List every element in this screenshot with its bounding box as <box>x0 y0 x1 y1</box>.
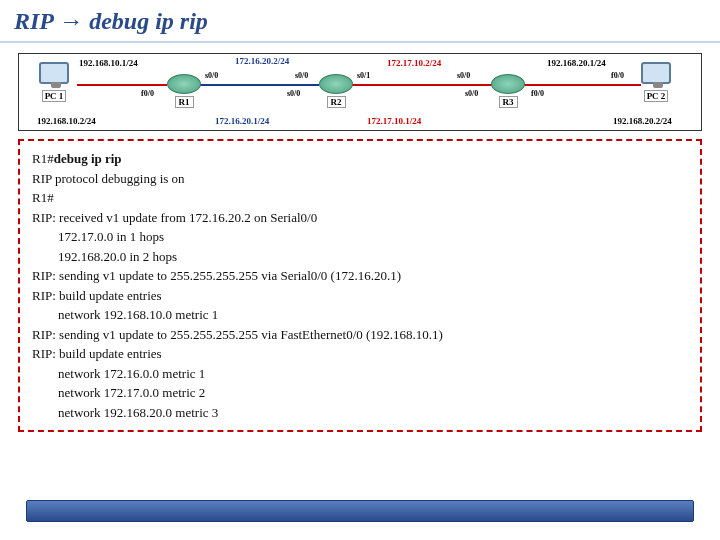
link-pc1-r1 <box>77 84 167 86</box>
title-command: debug ip rip <box>89 8 208 34</box>
cli-line: 192.168.20.0 in 2 hops <box>32 247 688 267</box>
interface-label: f0/0 <box>141 89 154 98</box>
pc2-label: PC 2 <box>644 90 669 102</box>
cli-output-box: R1#debug ip rip RIP protocol debugging i… <box>18 139 702 432</box>
interface-label: s0/1 <box>357 71 370 80</box>
page-title: RIP → debug ip rip <box>0 0 720 43</box>
router-icon <box>167 74 201 94</box>
pc1-node: PC 1 <box>39 62 69 102</box>
ip-label: 172.16.20.2/24 <box>235 56 289 66</box>
ip-label: 192.168.10.1/24 <box>79 58 138 68</box>
interface-label: s0/0 <box>457 71 470 80</box>
r1-label: R1 <box>175 96 194 108</box>
link-r2-r3 <box>351 84 493 86</box>
cli-line: RIP: build update entries <box>32 286 688 306</box>
interface-label: s0/0 <box>205 71 218 80</box>
cli-line: 172.17.0.0 in 1 hops <box>32 227 688 247</box>
interface-label: f0/0 <box>531 89 544 98</box>
cli-line: network 172.17.0.0 metric 2 <box>32 383 688 403</box>
ip-label: 192.168.10.2/24 <box>37 116 96 126</box>
footer-bar <box>26 500 694 522</box>
router-icon <box>319 74 353 94</box>
ip-label: 172.17.10.1/24 <box>367 116 421 126</box>
router-r3: R3 <box>491 74 525 108</box>
pc2-node: PC 2 <box>641 62 671 102</box>
interface-label: f0/0 <box>611 71 624 80</box>
pc-icon <box>39 62 69 84</box>
interface-label: s0/0 <box>465 89 478 98</box>
cli-line: network 192.168.10.0 metric 1 <box>32 305 688 325</box>
network-topology-diagram: PC 1 R1 R2 R3 PC 2 192.168.10.1/24 172.1… <box>18 53 702 131</box>
ip-label: 172.16.20.1/24 <box>215 116 269 126</box>
cli-command: debug ip rip <box>54 151 122 166</box>
router-icon <box>491 74 525 94</box>
r3-label: R3 <box>499 96 518 108</box>
cli-line: network 192.168.20.0 metric 3 <box>32 403 688 423</box>
cli-line: network 172.16.0.0 metric 1 <box>32 364 688 384</box>
ip-label: 172.17.10.2/24 <box>387 58 441 68</box>
cli-line: RIP: received v1 update from 172.16.20.2… <box>32 208 688 228</box>
router-r2: R2 <box>319 74 353 108</box>
title-protocol: RIP <box>14 8 53 34</box>
interface-label: s0/0 <box>287 89 300 98</box>
ip-label: 192.168.20.1/24 <box>547 58 606 68</box>
pc-icon <box>641 62 671 84</box>
r2-label: R2 <box>327 96 346 108</box>
cli-line: RIP: sending v1 update to 255.255.255.25… <box>32 325 688 345</box>
cli-line: RIP: build update entries <box>32 344 688 364</box>
cli-line: R1# <box>32 188 688 208</box>
pc1-label: PC 1 <box>42 90 67 102</box>
cli-line: RIP: sending v1 update to 255.255.255.25… <box>32 266 688 286</box>
ip-label: 192.168.20.2/24 <box>613 116 672 126</box>
interface-label: s0/0 <box>295 71 308 80</box>
router-r1: R1 <box>167 74 201 108</box>
link-r1-r2 <box>199 84 319 86</box>
cli-line: R1#debug ip rip <box>32 149 688 169</box>
cli-line: RIP protocol debugging is on <box>32 169 688 189</box>
link-r3-pc2 <box>523 84 641 86</box>
arrow-right-icon: → <box>59 8 83 34</box>
